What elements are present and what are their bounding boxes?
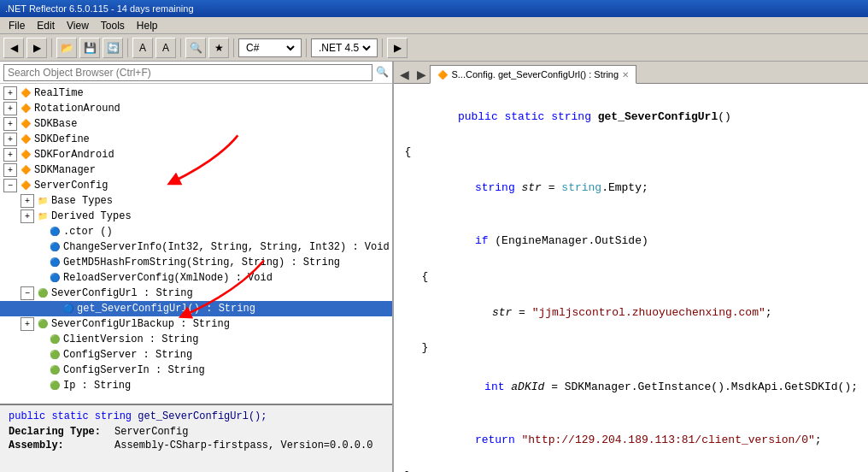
- style-button[interactable]: A: [155, 38, 176, 58]
- label-clientversion: ClientVersion : String: [63, 333, 198, 345]
- method-sig: get_SeverConfigUrl();: [138, 410, 267, 422]
- code-area[interactable]: public static string get_SeverConfigUrl(…: [394, 84, 868, 472]
- expander-severconfigurlbackup[interactable]: +: [21, 317, 34, 331]
- separator-5: [306, 38, 307, 57]
- code-line-9: }: [404, 468, 858, 472]
- save-button[interactable]: 💾: [79, 38, 100, 58]
- back-button[interactable]: ◀: [3, 38, 24, 58]
- code-line-8: return "http://129.204.189.113:81/client…: [404, 414, 858, 467]
- tree-item-realtime[interactable]: + 🔶 RealTime: [0, 86, 392, 101]
- tree-item-ip[interactable]: 🟢 Ip : String: [0, 378, 392, 393]
- expander-sdkmanager[interactable]: +: [3, 163, 17, 177]
- language-select[interactable]: C# VB.NET: [243, 41, 297, 55]
- tree-item-changeserverinfo[interactable]: 🔵 ChangeServerInfo(Int32, String, String…: [0, 239, 392, 255]
- open-button[interactable]: 📂: [56, 38, 77, 58]
- icon-basetypes: 📁: [36, 194, 50, 208]
- main-layout: 🔍 + 🔶 RealTime + 🔶 RotationAround + 🔶 SD…: [0, 62, 868, 472]
- tab-label: S...Config. get_SeverConfigUrl() : Strin…: [451, 69, 619, 80]
- tree-item-sdkbase[interactable]: + 🔶 SDKBase: [0, 116, 392, 132]
- expander-rotationaround[interactable]: +: [3, 102, 17, 115]
- tab-icon: 🔶: [437, 70, 448, 80]
- expander-basetypes[interactable]: +: [21, 194, 34, 208]
- icon-reloadserverconfig: 🔵: [48, 271, 62, 285]
- expander-severconfigurl[interactable]: −: [21, 286, 34, 300]
- code-line-1: {: [404, 144, 858, 162]
- tree-item-ctor[interactable]: 🔵 .ctor (): [0, 224, 392, 239]
- left-panel: 🔍 + 🔶 RealTime + 🔶 RotationAround + 🔶 SD…: [0, 62, 394, 472]
- bottom-panel: public static string get_SeverConfigUrl(…: [0, 404, 392, 472]
- language-dropdown[interactable]: C# VB.NET: [238, 38, 302, 57]
- expander-sdkbase[interactable]: +: [3, 117, 17, 131]
- tree-item-derivedtypes[interactable]: + 📁 Derived Types: [0, 209, 392, 224]
- expander-sdkforandroid[interactable]: +: [3, 148, 17, 162]
- forward-button[interactable]: ▶: [26, 38, 47, 58]
- tree-item-sdkforandroid[interactable]: + 🔶 SDKForAndroid: [0, 147, 392, 162]
- label-configserverin: ConfigServerIn : String: [63, 364, 205, 376]
- expander-sdkdefine[interactable]: +: [3, 133, 17, 146]
- font-button[interactable]: A: [132, 38, 153, 58]
- tree-item-configserverin[interactable]: 🟢 ConfigServerIn : String: [0, 363, 392, 378]
- tree-item-severconfigurlbackup[interactable]: + 🟢 SeverConfigUrlBackup : String: [0, 316, 392, 332]
- signature: public static string get_SeverConfigUrl(…: [9, 410, 384, 422]
- label-serverconfig: ServerConfig: [34, 180, 108, 192]
- label-getmd5hash: GetMD5HashFromString(String, String) : S…: [63, 257, 340, 268]
- tree-item-rotationaround[interactable]: + 🔶 RotationAround: [0, 101, 392, 116]
- search-input[interactable]: [3, 64, 372, 81]
- icon-sdkforandroid: 🔶: [19, 148, 32, 162]
- kw-static: static: [51, 410, 88, 422]
- tree-item-clientversion[interactable]: 🟢 ClientVersion : String: [0, 332, 392, 347]
- search-icon[interactable]: 🔍: [376, 66, 389, 79]
- tree-area[interactable]: + 🔶 RealTime + 🔶 RotationAround + 🔶 SDKB…: [0, 84, 392, 404]
- tree-item-severconfigurl[interactable]: − 🟢 SeverConfigUrl : String: [0, 286, 392, 301]
- expander-serverconfig[interactable]: −: [3, 179, 17, 192]
- framework-select[interactable]: .NET 4.5 .NET 4.0 .NET 3.5: [315, 41, 373, 55]
- menu-view[interactable]: View: [62, 18, 94, 33]
- tree-item-sdkdefine[interactable]: + 🔶 SDKDefine: [0, 132, 392, 147]
- tree-item-get-severconfigurl[interactable]: 🔵 get_SeverConfigUrl() : String: [0, 301, 392, 316]
- tree-item-basetypes[interactable]: + 📁 Base Types: [0, 193, 392, 209]
- icon-sdkmanager: 🔶: [19, 163, 32, 177]
- label-basetypes: Base Types: [51, 195, 113, 207]
- icon-serverconfig: 🔶: [19, 179, 32, 192]
- tab-next-button[interactable]: ▶: [413, 66, 430, 83]
- bookmark-button[interactable]: ★: [208, 38, 229, 58]
- menu-file[interactable]: File: [3, 18, 30, 33]
- right-panel: ◀ ▶ 🔶 S...Config. get_SeverConfigUrl() :…: [394, 62, 868, 472]
- label-sdkforandroid: SDKForAndroid: [34, 149, 114, 161]
- tree-item-serverconfig[interactable]: − 🔶 ServerConfig: [0, 178, 392, 193]
- code-tab-active[interactable]: 🔶 S...Config. get_SeverConfigUrl() : Str…: [430, 65, 636, 84]
- code-line-7: int aDKId = SDKManager.GetInstance().Msd…: [404, 361, 858, 414]
- assembly-label: Assembly:: [9, 440, 111, 451]
- refresh-button[interactable]: 🔄: [103, 38, 123, 58]
- label-changeserverinfo: ChangeServerInfo(Int32, String, String, …: [63, 241, 390, 253]
- search-button[interactable]: 🔍: [185, 38, 206, 58]
- menu-edit[interactable]: Edit: [32, 18, 60, 33]
- framework-dropdown[interactable]: .NET 4.5 .NET 4.0 .NET 3.5: [311, 38, 378, 57]
- code-tabs: ◀ ▶ 🔶 S...Config. get_SeverConfigUrl() :…: [394, 62, 868, 84]
- tree-item-sdkmanager[interactable]: + 🔶 SDKManager: [0, 162, 392, 178]
- run-button[interactable]: ▶: [387, 38, 408, 58]
- kw-public: public: [9, 410, 45, 422]
- declaring-type-row: Declaring Type: ServerConfig: [9, 426, 384, 438]
- code-line-2: string str = string.Empty;: [404, 162, 858, 215]
- label-severconfigurl: SeverConfigUrl : String: [51, 287, 193, 299]
- icon-clientversion: 🟢: [48, 333, 62, 346]
- menu-bar: File Edit View Tools Help: [0, 17, 868, 34]
- icon-configserverin: 🟢: [48, 363, 62, 377]
- tree-item-reloadserverconfig[interactable]: 🔵 ReloadServerConfig(XmlNode) : Void: [0, 270, 392, 286]
- kw-string: string: [95, 410, 132, 422]
- tree-item-configserver[interactable]: 🟢 ConfigServer : String: [0, 347, 392, 363]
- icon-ctor: 🔵: [48, 225, 62, 239]
- search-box: 🔍: [0, 62, 392, 84]
- expander-realtime[interactable]: +: [3, 86, 17, 100]
- tab-close-icon[interactable]: ✕: [622, 70, 629, 80]
- expander-derivedtypes[interactable]: +: [21, 209, 34, 223]
- menu-tools[interactable]: Tools: [96, 18, 130, 33]
- declaring-label: Declaring Type:: [9, 426, 111, 438]
- icon-realtime: 🔶: [19, 86, 32, 100]
- separator-2: [127, 38, 128, 57]
- menu-help[interactable]: Help: [132, 18, 163, 33]
- label-sdkbase: SDKBase: [34, 118, 77, 130]
- tab-prev-button[interactable]: ◀: [396, 66, 413, 83]
- tree-item-getmd5hash[interactable]: 🔵 GetMD5HashFromString(String, String) :…: [0, 255, 392, 270]
